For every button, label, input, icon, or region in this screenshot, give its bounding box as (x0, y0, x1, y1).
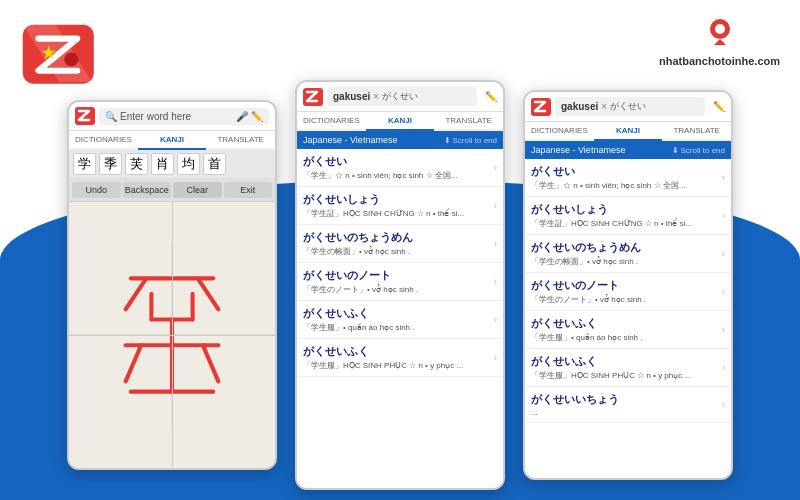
clear-search-right[interactable]: × (601, 101, 607, 112)
tab-kanji-mid[interactable]: KANJI (366, 112, 435, 131)
chevron-right-icon: › (494, 352, 497, 363)
result-content: がくせいふく 「学生服」• quần áo học sinh . (531, 316, 722, 343)
exit-button[interactable]: Exit (224, 182, 273, 198)
phone-logo-right (531, 98, 551, 116)
phone-left-header: 🔍 Enter word here 🎤 ✏️ (69, 102, 275, 131)
result-word: がくせいのちょうめん (303, 230, 494, 245)
phone-logo-mid (303, 88, 323, 106)
result-word: がくせいふく (531, 354, 722, 369)
result-content: がくせいのちょうめん 「学生の帳面」• vở học sinh . (531, 240, 722, 267)
result-content: がくせいいちょう ... (531, 392, 722, 417)
result-item-mid-0[interactable]: がくせい 「学生」☆ n • sinh viên; học sinh ☆ 全国.… (297, 149, 503, 187)
svg-line-18 (126, 345, 141, 381)
result-word: がくせい (531, 164, 722, 179)
logo-container (20, 23, 100, 88)
chevron-right-icon: › (494, 238, 497, 249)
tab-dictionaries-left[interactable]: DICTIONARIES (69, 131, 138, 150)
result-def: 「学生証」HỌC SINH CHỨNG ☆ n • thể si... (303, 208, 473, 219)
edit-icon[interactable]: ✏️ (251, 111, 263, 122)
edit-icon-right[interactable]: ✏️ (713, 101, 725, 112)
chevron-right-icon: › (494, 276, 497, 287)
result-item-right-6[interactable]: がくせいいちょう ... › (525, 387, 731, 423)
kanji-char-1[interactable]: 季 (99, 153, 122, 175)
search-bar-left[interactable]: 🔍 Enter word here 🎤 ✏️ (99, 108, 269, 125)
tab-kanji-right[interactable]: KANJI (594, 122, 663, 141)
search-text-right: gakusei (561, 101, 598, 112)
result-item-mid-1[interactable]: がくせいしょう 「学生証」HỌC SINH CHỨNG ☆ n • thể si… (297, 187, 503, 225)
result-def: 「学生」☆ n • sinh viên; học sinh ☆ 全国... (531, 180, 701, 191)
tab-translate-right[interactable]: TRANSLATE (662, 122, 731, 141)
search-icons-left: 🎤 ✏️ (236, 111, 263, 122)
search-bar-mid[interactable]: gakusei × がくせい (327, 87, 477, 106)
japanese-text-right: がくせい (610, 100, 646, 113)
result-item-right-0[interactable]: がくせい 「学生」☆ n • sinh viên; học sinh ☆ 全国.… (525, 159, 731, 197)
dict-name-mid: Japanese - Vietnamese (303, 135, 397, 145)
tab-translate-left[interactable]: TRANSLATE (206, 131, 275, 150)
tab-bar-left: DICTIONARIES KANJI TRANSLATE (69, 131, 275, 150)
dict-header-mid: Japanese - Vietnamese ⬇ Scroll to end (297, 131, 503, 149)
results-list-mid: がくせい 「学生」☆ n • sinh viên; học sinh ☆ 全国.… (297, 149, 503, 488)
result-item-mid-4[interactable]: がくせいふく 「学生服」• quần áo học sinh . › (297, 301, 503, 339)
result-word: がくせいふく (303, 344, 494, 359)
phones-container: 🔍 Enter word here 🎤 ✏️ DICTIONARIES KANJ… (0, 80, 800, 500)
tab-dictionaries-right[interactable]: DICTIONARIES (525, 122, 594, 141)
kanji-char-2[interactable]: 芙 (125, 153, 148, 175)
result-word: がくせいしょう (303, 192, 494, 207)
result-content: がくせいのちょうめん 「学生の帳面」• vở học sinh . (303, 230, 494, 257)
result-item-right-1[interactable]: がくせいしょう 「学生証」HỌC SINH CHỨNG ☆ n • thể si… (525, 197, 731, 235)
result-word: がくせいふく (531, 316, 722, 331)
result-item-right-2[interactable]: がくせいのちょうめん 「学生の帳面」• vở học sinh . › (525, 235, 731, 273)
result-item-mid-5[interactable]: がくせいふく 「学生服」HỌC SINH PHỤC ☆ n • y phục .… (297, 339, 503, 377)
chevron-right-icon: › (722, 172, 725, 183)
search-bar-right[interactable]: gakusei × がくせい (555, 97, 705, 116)
result-def: 「学生の帳面」• vở học sinh . (531, 256, 701, 267)
tab-kanji-left[interactable]: KANJI (138, 131, 207, 150)
result-def: 「学生の帳面」• vở học sinh . (303, 246, 473, 257)
tab-dictionaries-mid[interactable]: DICTIONARIES (297, 112, 366, 131)
tab-translate-mid[interactable]: TRANSLATE (434, 112, 503, 131)
result-content: がくせいのノート 「学生のノート」• vở học sinh . (303, 268, 494, 295)
clear-button[interactable]: Clear (173, 182, 222, 198)
result-word: がくせいのちょうめん (531, 240, 722, 255)
results-list-right: がくせい 「学生」☆ n • sinh viên; học sinh ☆ 全国.… (525, 159, 731, 478)
result-item-right-4[interactable]: がくせいふく 「学生服」• quần áo học sinh . › (525, 311, 731, 349)
result-def: 「学生のノート」• vở học sinh . (303, 284, 473, 295)
result-word: がくせいいちょう (531, 392, 722, 407)
undo-button[interactable]: Undo (72, 182, 121, 198)
phone-right: gakusei × がくせい ✏️ DICTIONARIES KANJI TRA… (523, 90, 733, 480)
chevron-right-icon: › (494, 162, 497, 173)
result-content: がくせい 「学生」☆ n • sinh viên; học sinh ☆ 全国.… (303, 154, 494, 181)
dict-name-right: Japanese - Vietnamese (531, 145, 625, 155)
svg-point-5 (715, 24, 725, 34)
result-def: 「学生服」• quần áo học sinh . (531, 332, 701, 343)
svg-line-12 (198, 278, 219, 309)
result-content: がくせいのノート 「学生のノート」• vở học sinh . (531, 278, 722, 305)
svg-line-11 (126, 278, 147, 309)
kanji-char-0[interactable]: 学 (73, 153, 96, 175)
chevron-right-icon: › (722, 248, 725, 259)
kanji-char-5[interactable]: 首 (203, 153, 226, 175)
result-def: 「学生服」HỌC SINH PHỤC ☆ n • y phục ... (531, 370, 701, 381)
drawing-area[interactable] (69, 202, 275, 468)
result-def: 「学生服」• quần áo học sinh . (303, 322, 473, 333)
mic-icon[interactable]: 🎤 (236, 111, 248, 122)
result-def: ... (531, 408, 701, 417)
chevron-right-icon: › (722, 324, 725, 335)
clear-search-mid[interactable]: × (373, 91, 379, 102)
result-item-right-3[interactable]: がくせいのノート 「学生のノート」• vở học sinh . › (525, 273, 731, 311)
scroll-end-right: ⬇ Scroll to end (672, 146, 725, 155)
result-item-right-5[interactable]: がくせいふく 「学生服」HỌC SINH PHỤC ☆ n • y phục .… (525, 349, 731, 387)
backspace-button[interactable]: Backspace (123, 182, 172, 198)
kanji-char-4[interactable]: 均 (177, 153, 200, 175)
result-def: 「学生証」HỌC SINH CHỨNG ☆ n • thể si... (531, 218, 701, 229)
result-word: がくせい (303, 154, 494, 169)
app-logo (20, 23, 100, 88)
result-content: がくせいふく 「学生服」HỌC SINH PHỤC ☆ n • y phục .… (531, 354, 722, 381)
site-info: nhatbanchotoinhe.com (659, 15, 780, 67)
chevron-right-icon: › (722, 286, 725, 297)
edit-icon-mid[interactable]: ✏️ (485, 91, 497, 102)
result-item-mid-2[interactable]: がくせいのちょうめん 「学生の帳面」• vở học sinh . › (297, 225, 503, 263)
phone-logo-left (75, 107, 95, 125)
kanji-char-3[interactable]: 肖 (151, 153, 174, 175)
result-item-mid-3[interactable]: がくせいのノート 「学生のノート」• vở học sinh . › (297, 263, 503, 301)
